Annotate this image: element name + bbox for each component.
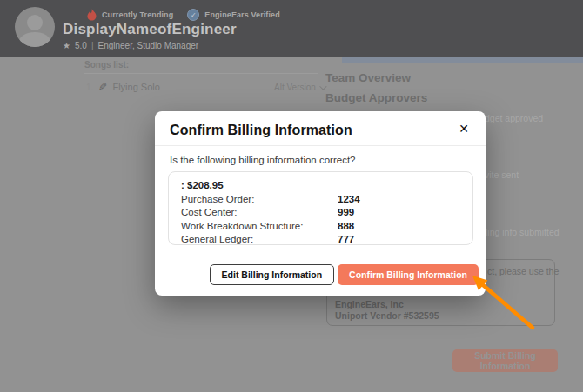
billing-row-label: Purchase Order:	[181, 193, 338, 207]
budget-approvers-heading: Budget Approvers	[325, 91, 427, 104]
avatar-head-shape	[27, 15, 43, 30]
billing-row-value: 777	[338, 233, 354, 247]
edit-billing-button[interactable]: Edit Billing Information	[210, 264, 335, 285]
billing-row-label: General Ledger:	[181, 233, 338, 247]
status-budget-approved: dget approved	[485, 113, 543, 123]
confirm-billing-button[interactable]: Confirm Billing Information	[338, 264, 479, 285]
version-dropdown-value: Alt Version	[274, 83, 316, 92]
verified-check-glyph: ✓	[191, 11, 197, 19]
billing-row-value: 888	[338, 220, 354, 234]
songs-list-label: Songs list:	[84, 60, 129, 70]
display-name: DisplayNameofEngineer	[63, 21, 237, 38]
billing-row-general-ledger: General Ledger: 777	[181, 233, 460, 247]
modal-actions: Edit Billing Information Confirm Billing…	[210, 264, 479, 285]
billing-amount: : $208.95	[181, 179, 460, 193]
song-index: 1.	[86, 83, 93, 92]
billing-row-value: 999	[338, 206, 354, 220]
pencil-icon[interactable]: ✎	[98, 81, 107, 93]
billing-row-purchase-order: Purchase Order: 1234	[181, 193, 460, 207]
star-icon: ★	[63, 41, 70, 50]
billing-row-wbs: Work Breakdown Structure: 888	[181, 220, 460, 234]
status-billing-submitted: ling info submitted	[486, 227, 560, 237]
header-badges: Currently Trending ✓ EngineEars Verified	[87, 8, 280, 22]
close-icon[interactable]: ✕	[455, 120, 472, 137]
flame-icon	[87, 9, 97, 21]
avatar[interactable]	[15, 7, 55, 47]
version-dropdown[interactable]: Alt Version	[274, 83, 325, 92]
songs-list-divider	[84, 73, 318, 74]
billing-row-value: 1234	[338, 193, 360, 207]
billing-row-label: Cost Center:	[181, 206, 338, 220]
billing-summary-box: : $208.95 Purchase Order: 1234 Cost Cent…	[168, 171, 473, 245]
confirm-billing-modal: Confirm Billing Information ✕ Is the fol…	[155, 111, 486, 296]
roles-label: Engineer, Studio Manager	[97, 41, 198, 50]
trending-label: Currently Trending	[102, 10, 173, 19]
modal-title: Confirm Billing Information	[170, 123, 352, 138]
rating-divider: |	[91, 41, 94, 50]
song-row: 1. ✎ Flying Solo	[86, 81, 160, 93]
submit-billing-button[interactable]: Submit Billing Information	[452, 349, 558, 372]
verified-label: EngineEars Verified	[204, 10, 279, 19]
song-title: Flying Solo	[112, 82, 159, 92]
sub-header-strip	[342, 57, 583, 63]
confirmation-question: Is the following billing information cor…	[170, 155, 356, 165]
status-invite-sent: vite sent	[485, 169, 519, 180]
modal-divider	[155, 145, 486, 146]
avatar-body-shape	[19, 32, 50, 47]
vendor-name: EngineEars, Inc	[335, 299, 404, 309]
profile-header: Currently Trending ✓ EngineEars Verified…	[0, 0, 583, 57]
vendor-number: Uniport Vendor #532595	[335, 310, 439, 321]
team-overview-heading: Team Overview	[325, 71, 411, 84]
page: Currently Trending ✓ EngineEars Verified…	[0, 0, 583, 392]
verified-icon: ✓	[187, 9, 199, 21]
rating-value: 5.0	[75, 41, 87, 50]
billing-row-label: Work Breakdown Structure:	[181, 220, 338, 234]
vendor-instruction-fragment: ct, please use the	[487, 266, 559, 276]
rating-row: ★ 5.0 | Engineer, Studio Manager	[63, 41, 198, 50]
billing-row-cost-center: Cost Center: 999	[181, 206, 460, 220]
